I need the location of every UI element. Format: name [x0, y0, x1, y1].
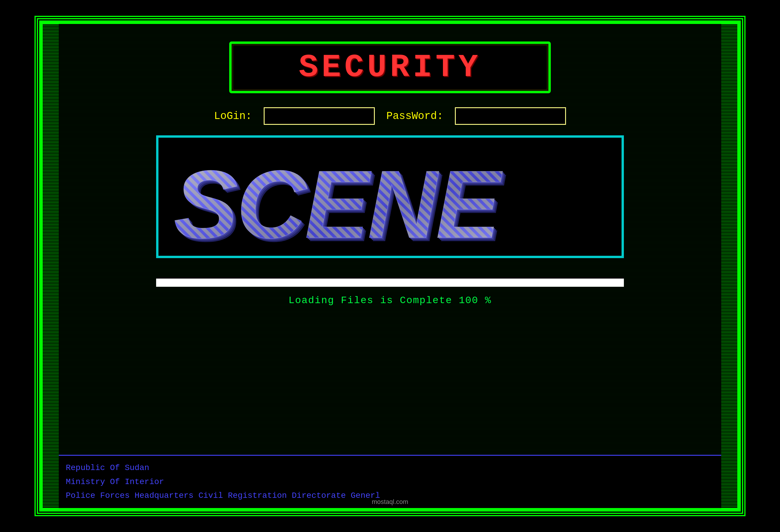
password-label: PassWord:: [387, 110, 443, 122]
loading-text: Loading Files is Complete 100 %: [289, 295, 492, 306]
svg-text:SCENE: SCENE: [174, 150, 504, 252]
scene-svg: SCENE SCENE SCENE SCENE SCENE SCENE: [159, 141, 621, 252]
scene-banner: SCENE SCENE SCENE SCENE SCENE SCENE: [156, 135, 624, 258]
login-row: LoGin: PassWord:: [214, 107, 566, 125]
main-container: SECURITY LoGin: PassWord:: [39, 20, 741, 512]
page-content: SECURITY LoGin: PassWord:: [43, 24, 737, 508]
loading-area: Loading Files is Complete 100 %: [156, 279, 624, 306]
login-input[interactable]: [264, 107, 375, 125]
progress-bar-fill: [156, 279, 624, 287]
login-label: LoGin:: [214, 110, 252, 122]
security-header-box: SECURITY: [229, 42, 551, 93]
progress-bar-container: [156, 279, 624, 287]
scene-svg-wrapper: SCENE SCENE SCENE SCENE SCENE SCENE: [158, 138, 622, 256]
watermark: mostaql.com: [372, 498, 408, 506]
security-title: SECURITY: [243, 49, 537, 86]
password-input[interactable]: [455, 107, 566, 125]
